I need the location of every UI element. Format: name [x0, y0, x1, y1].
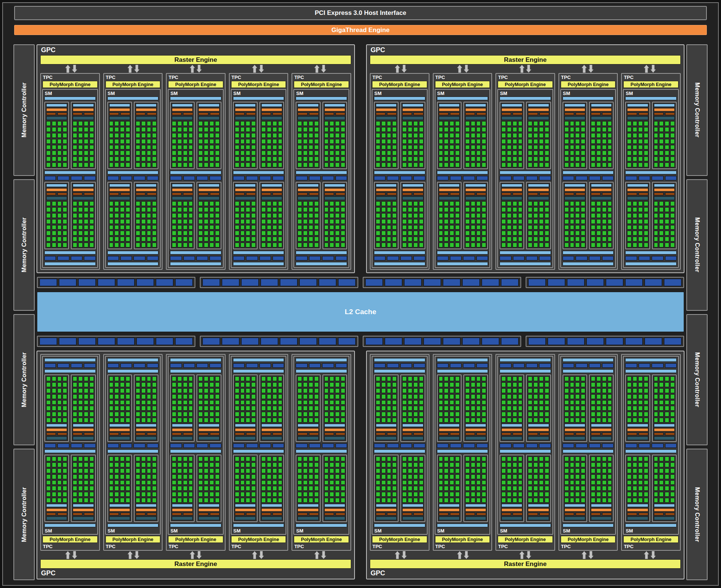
core-cell [126, 492, 130, 497]
core-cell [507, 456, 511, 461]
warp-scheduler-bar [439, 428, 460, 431]
core-cell [278, 207, 283, 212]
raster-tpc-link [40, 551, 103, 559]
tpc-label: TPC [168, 543, 224, 550]
core-cell [419, 406, 424, 411]
core-cell [392, 157, 397, 161]
core-cell [439, 231, 443, 235]
tpc-block: TPC PolyMorph Engine SM [433, 354, 492, 551]
core-cell [267, 388, 271, 393]
core-cell [402, 498, 407, 503]
core-cell [183, 474, 188, 479]
load-store-unit-row [233, 363, 284, 368]
sm-partition-row [296, 374, 347, 442]
core-cell [413, 400, 418, 405]
load-store-unit-segment [71, 176, 82, 180]
core-cell [141, 219, 146, 224]
sm-label: SM [170, 527, 221, 534]
core-cell [314, 201, 319, 206]
sm-partition [500, 455, 524, 522]
core-cell [189, 225, 193, 230]
core-cell [654, 456, 658, 461]
core-cell [591, 213, 595, 218]
memory-interface-segment [404, 279, 422, 286]
texture-cache-bar [437, 97, 488, 100]
gpc-row-top: GPC Raster Engine TPC PolyMorph Engine [37, 44, 684, 273]
register-file-bar [73, 196, 94, 200]
core-cell [402, 151, 407, 155]
dispatch-unit-bar [654, 433, 664, 435]
sm-partition [296, 455, 320, 522]
load-store-unit-segment [625, 176, 637, 180]
core-cell [482, 474, 486, 479]
core-cell [402, 201, 407, 206]
core-cell [444, 162, 448, 167]
core-cell [204, 382, 208, 387]
core-cell [215, 225, 220, 230]
core-cell [465, 418, 470, 423]
core-cell [73, 382, 77, 387]
core-cell [465, 151, 470, 155]
core-cell [482, 376, 486, 381]
core-grid [261, 121, 282, 167]
core-cell [455, 121, 460, 126]
core-cell [450, 145, 454, 150]
core-cell [545, 201, 549, 206]
core-cell [659, 243, 664, 247]
sm-label: SM [107, 90, 159, 97]
core-cell [528, 225, 532, 230]
core-cell [670, 400, 675, 405]
core-cell [528, 412, 532, 417]
core-cell [402, 468, 407, 473]
core-cell [147, 139, 151, 144]
core-cell [564, 486, 569, 491]
core-cell [570, 486, 574, 491]
dispatch-unit-bar [198, 193, 208, 195]
load-store-unit-segment [309, 363, 321, 368]
dispatch-unit-bar [602, 433, 612, 435]
core-cell [439, 498, 443, 503]
instruction-buffer-bar [136, 424, 157, 427]
register-file-bar [564, 196, 585, 200]
core-cell [665, 162, 669, 167]
core-cell [608, 400, 612, 405]
core-cell [564, 400, 569, 405]
load-store-unit-row [500, 176, 551, 180]
load-store-unit-segment [57, 256, 69, 260]
dispatch-unit-bar [73, 433, 82, 435]
core-cell [376, 486, 380, 491]
core-cell [591, 219, 595, 224]
core-cell [633, 474, 637, 479]
core-cell [189, 139, 193, 144]
core-cell [501, 480, 506, 485]
sm-block: SM [231, 356, 287, 535]
texture-cache-bar [44, 358, 96, 362]
core-cell [564, 462, 569, 467]
core-cell [309, 207, 313, 212]
core-cell [309, 394, 313, 399]
core-cell [309, 231, 313, 235]
core-cell [419, 201, 424, 206]
sm-partition [463, 182, 488, 249]
tpc-block: TPC PolyMorph Engine SM [40, 73, 100, 270]
raster-tpc-link [618, 551, 681, 559]
core-cell [387, 207, 391, 212]
core-cell [644, 213, 648, 218]
core-cell [63, 486, 67, 491]
memory-interface-segment [40, 279, 57, 286]
core-cell [147, 394, 151, 399]
core-cell [120, 400, 125, 405]
core-cell [507, 127, 511, 132]
core-cell [596, 231, 601, 235]
core-cell [570, 237, 574, 241]
warp-scheduler-bar [73, 508, 94, 512]
core-cell [476, 480, 481, 485]
core-cell [172, 406, 176, 411]
core-cell [147, 201, 151, 206]
core-cell [152, 480, 157, 485]
dispatch-unit-row [73, 193, 94, 195]
core-cell [539, 486, 544, 491]
core-cell [235, 406, 239, 411]
core-cell [330, 127, 334, 132]
dispatch-unit-bar [324, 193, 334, 195]
